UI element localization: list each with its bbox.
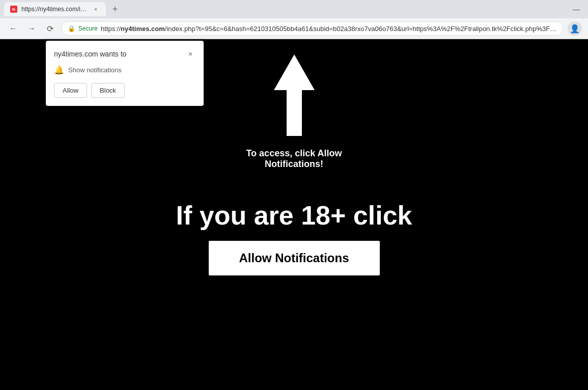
browser-chrome: N https://ny4times.com/ind... × + — ← → … [0,0,588,39]
allow-notifications-button[interactable]: Allow Notifications [209,241,380,275]
url-bar[interactable]: 🔒 Secure https://ny4times.com/index.php?… [61,21,564,36]
back-button[interactable]: ← [6,21,20,36]
bell-icon: 🔔 [54,65,64,75]
minimize-button[interactable]: — [569,4,584,14]
tab-favicon: N [10,6,17,13]
permission-popup: ny4times.com wants to × 🔔 Show notificat… [46,41,204,106]
popup-buttons: Allow Block [54,83,195,98]
popup-permission-text: Show notifications [68,66,122,74]
age-text: If you are 18+ click [176,200,412,231]
popup-title: ny4times.com wants to [54,50,126,58]
allow-button[interactable]: Allow [54,83,87,98]
tab-title: https://ny4times.com/ind... [21,6,88,13]
popup-header: ny4times.com wants to × [54,49,195,59]
up-arrow-icon [274,54,315,136]
refresh-button[interactable]: ⟳ [43,21,57,36]
arrow-container [274,54,315,138]
forward-button[interactable]: → [24,21,39,36]
access-text: To access, click Allow Notifications! [246,148,342,170]
tab-close-button[interactable]: × [92,5,100,13]
tab-bar: N https://ny4times.com/ind... × + — [0,0,588,18]
svg-marker-0 [274,54,315,136]
popup-permission-row: 🔔 Show notifications [54,65,195,75]
active-tab[interactable]: N https://ny4times.com/ind... × [4,2,106,16]
url-text: https://ny4times.com/index.php?t=95&c=6&… [101,25,557,33]
profile-button[interactable]: 👤 [568,21,582,36]
window-controls: — [569,4,584,14]
new-tab-button[interactable]: + [108,2,122,16]
lock-icon: 🔒 [68,25,75,32]
popup-close-button[interactable]: × [185,49,195,59]
secure-label: Secure [78,25,98,32]
block-button[interactable]: Block [91,83,125,98]
address-bar: ← → ⟳ 🔒 Secure https://ny4times.com/inde… [0,18,588,39]
